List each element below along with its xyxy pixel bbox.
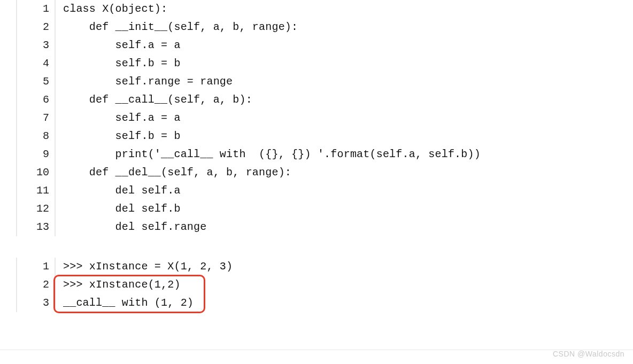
- code-text: >>> xInstance = X(1, 2, 3): [56, 258, 617, 276]
- code-line: 10 def __del__(self, a, b, range):: [17, 164, 617, 182]
- line-number: 13: [17, 218, 56, 236]
- line-number: 1: [17, 0, 56, 18]
- code-line: 6 def __call__(self, a, b):: [17, 91, 617, 109]
- code-text: del self.a: [56, 182, 617, 200]
- code-block-interpreter-session: 1 >>> xInstance = X(1, 2, 3) 2 >>> xInst…: [16, 258, 617, 312]
- code-text: self.a = a: [56, 36, 617, 55]
- code-text: def __call__(self, a, b):: [56, 91, 617, 109]
- line-number: 9: [17, 145, 56, 164]
- line-number: 7: [17, 109, 56, 127]
- code-text: print('__call__ with ({}, {}) '.format(s…: [56, 145, 617, 164]
- code-line: 7 self.a = a: [17, 109, 617, 127]
- page: 1 class X(object): 2 def __init__(self, …: [0, 0, 633, 312]
- code-line: 13 del self.range: [17, 218, 617, 236]
- code-text: >>> xInstance(1,2): [56, 276, 617, 294]
- code-line: 2 def __init__(self, a, b, range):: [17, 18, 617, 36]
- divider: [0, 350, 633, 350]
- line-number: 10: [17, 164, 56, 182]
- code-line: 5 self.range = range: [17, 73, 617, 91]
- line-number: 5: [17, 73, 56, 91]
- code-line: 2 >>> xInstance(1,2): [17, 276, 617, 294]
- code-text: def __init__(self, a, b, range):: [56, 18, 617, 36]
- code-text: def __del__(self, a, b, range):: [56, 164, 617, 182]
- line-number: 12: [17, 200, 56, 218]
- code-block-class-definition: 1 class X(object): 2 def __init__(self, …: [16, 0, 617, 236]
- line-number: 1: [17, 258, 56, 276]
- line-number: 2: [17, 276, 56, 294]
- code-text: del self.b: [56, 200, 617, 218]
- code-text: self.b = b: [56, 127, 617, 145]
- line-number: 8: [17, 127, 56, 145]
- code-line: 8 self.b = b: [17, 127, 617, 145]
- code-line: 1 >>> xInstance = X(1, 2, 3): [17, 258, 617, 276]
- code-text: del self.range: [56, 218, 617, 236]
- code-line: 9 print('__call__ with ({}, {}) '.format…: [17, 145, 617, 164]
- line-number: 6: [17, 91, 56, 109]
- code-text: self.a = a: [56, 109, 617, 127]
- line-number: 3: [17, 294, 56, 312]
- line-number: 11: [17, 182, 56, 200]
- code-line: 1 class X(object):: [17, 0, 617, 18]
- code-line: 11 del self.a: [17, 182, 617, 200]
- code-line: 3 __call__ with (1, 2): [17, 294, 617, 312]
- line-number: 2: [17, 18, 56, 36]
- code-text: self.b = b: [56, 55, 617, 73]
- watermark-text: CSDN @Waldocsdn: [553, 348, 624, 361]
- code-line: 4 self.b = b: [17, 55, 617, 73]
- code-line: 12 del self.b: [17, 200, 617, 218]
- code-line: 3 self.a = a: [17, 36, 617, 55]
- code-text: __call__ with (1, 2): [56, 294, 617, 312]
- line-number: 3: [17, 36, 56, 55]
- line-number: 4: [17, 55, 56, 73]
- code-text: class X(object):: [56, 0, 617, 18]
- code-text: self.range = range: [56, 73, 617, 91]
